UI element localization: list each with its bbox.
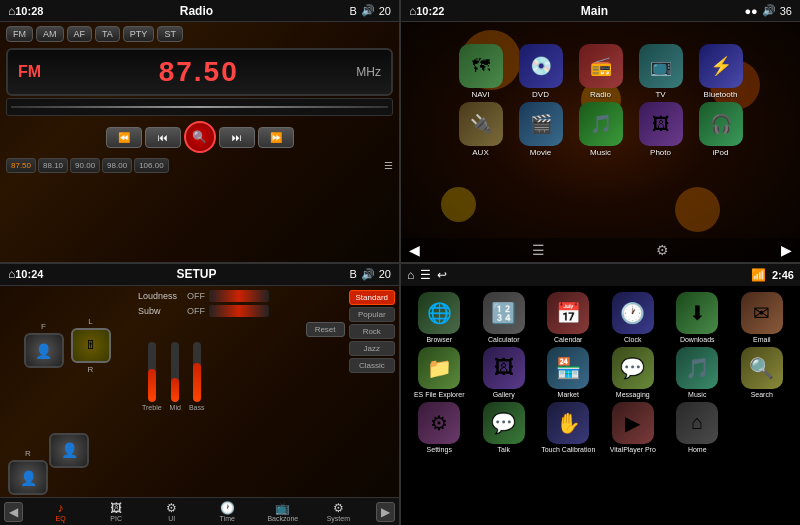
ui-footer-icon: ⚙ (166, 501, 177, 515)
speaker-fr: 👤 (49, 431, 89, 468)
movie-icon: 🎬 (519, 102, 563, 146)
st-btn[interactable]: ST (157, 26, 183, 42)
android-header: ⌂ ☰ ↩ 📶 2:46 (401, 264, 800, 286)
app-aux[interactable]: 🔌 AUX (452, 102, 510, 157)
android-home-icon[interactable]: ⌂ (407, 268, 414, 282)
music2-icon: 🎵 (676, 347, 718, 389)
app-home[interactable]: ⌂ Home (667, 402, 728, 453)
treble-track[interactable] (148, 342, 156, 402)
preset-1[interactable]: 87.50 (6, 158, 36, 173)
browser-label: Browser (426, 336, 452, 343)
reset-btn[interactable]: Reset (306, 322, 345, 337)
af-btn[interactable]: AF (67, 26, 93, 42)
ff-btn[interactable]: ⏩ (258, 127, 294, 148)
settings-nav-btn[interactable]: ⚙ (656, 242, 669, 258)
preset-3[interactable]: 90.00 (70, 158, 100, 173)
mid-track[interactable] (171, 342, 179, 402)
standard-preset[interactable]: Standard (349, 290, 395, 305)
footer-prev-btn[interactable]: ◀ (4, 502, 23, 522)
pic-footer-label: PIC (110, 515, 122, 522)
app-photo[interactable]: 🖼 Photo (632, 102, 690, 157)
movie-label: Movie (530, 148, 551, 157)
backzone-footer-btn[interactable]: 📺 Backzone (265, 501, 301, 522)
app-navi[interactable]: 🗺 NAVI (452, 44, 510, 99)
preset-2[interactable]: 88.10 (38, 158, 68, 173)
app-movie[interactable]: 🎬 Movie (512, 102, 570, 157)
app-tv[interactable]: 📺 TV (632, 44, 690, 99)
subw-value: OFF (187, 306, 205, 316)
system-footer-btn[interactable]: ⚙ System (320, 501, 356, 522)
app-esfile[interactable]: 📁 ES File Explorer (409, 347, 470, 398)
rock-preset[interactable]: Rock (349, 324, 395, 339)
tuner-scale (7, 99, 392, 115)
app-messaging[interactable]: 💬 Messaging (603, 347, 664, 398)
ui-footer-btn[interactable]: ⚙ UI (154, 501, 190, 522)
app-email[interactable]: ✉ Email (732, 292, 793, 343)
setup-home-icon[interactable]: ⌂ (8, 267, 15, 281)
preset-5[interactable]: 106.00 (134, 158, 168, 173)
app-touch[interactable]: ✋ Touch Calibration (538, 402, 599, 453)
footer-nav: ◀ (4, 502, 23, 522)
preset-4[interactable]: 98.00 (102, 158, 132, 173)
footer-next-btn[interactable]: ▶ (376, 502, 395, 522)
app-dvd[interactable]: 💿 DVD (512, 44, 570, 99)
dvd-label: DVD (532, 90, 549, 99)
app-calculator[interactable]: 🔢 Calculator (474, 292, 535, 343)
rewind-btn[interactable]: ⏪ (106, 127, 142, 148)
calendar-label: Calendar (554, 336, 582, 343)
app-radio[interactable]: 📻 Radio (572, 44, 630, 99)
app-gallery[interactable]: 🖼 Gallery (474, 347, 535, 398)
android-list-icon[interactable]: ☰ (420, 268, 431, 282)
browser-icon: 🌐 (418, 292, 460, 334)
am-btn[interactable]: AM (36, 26, 64, 42)
popular-preset[interactable]: Popular (349, 307, 395, 322)
jazz-preset[interactable]: Jazz (349, 341, 395, 356)
app-downloads[interactable]: ⬇ Downloads (667, 292, 728, 343)
eq-footer-btn[interactable]: ♪ EQ (43, 501, 79, 522)
pic-footer-btn[interactable]: 🖼 PIC (98, 501, 134, 522)
list-icon[interactable]: ☰ (384, 160, 393, 171)
app-browser[interactable]: 🌐 Browser (409, 292, 470, 343)
ta-btn[interactable]: TA (95, 26, 120, 42)
app-settings[interactable]: ⚙ Settings (409, 402, 470, 453)
music-icon: 🎵 (579, 102, 623, 146)
messaging-label: Messaging (616, 391, 650, 398)
android-back-icon[interactable]: ↩ (437, 268, 447, 282)
app-vital[interactable]: ▶ VitalPlayer Pro (603, 402, 664, 453)
home-icon[interactable]: ⌂ (8, 4, 15, 18)
time-footer-btn[interactable]: 🕐 Time (209, 501, 245, 522)
next-btn[interactable]: ⏭ (219, 127, 255, 148)
search-btn[interactable]: 🔍 (184, 121, 216, 153)
classic-preset[interactable]: Classic (349, 358, 395, 373)
prev-btn[interactable]: ⏮ (145, 127, 181, 148)
menu-nav-btn[interactable]: ☰ (532, 242, 545, 258)
app-ipod[interactable]: 🎧 iPod (692, 102, 750, 157)
app-search[interactable]: 🔍 Search (732, 347, 793, 398)
app-music2[interactable]: 🎵 Music (667, 347, 728, 398)
rl-label: R (25, 449, 31, 458)
app-talk[interactable]: 💬 Talk (474, 402, 535, 453)
fl-label: F (41, 322, 46, 331)
prev-nav-btn[interactable]: ◀ (409, 242, 420, 258)
time-footer-label: Time (220, 515, 235, 522)
app-calendar[interactable]: 📅 Calendar (538, 292, 599, 343)
downloads-icon: ⬇ (676, 292, 718, 334)
bass-track[interactable] (193, 342, 201, 402)
app-bt[interactable]: ⚡ Bluetooth (692, 44, 750, 99)
app-music[interactable]: 🎵 Music (572, 102, 630, 157)
fm-btn[interactable]: FM (6, 26, 33, 42)
app-market[interactable]: 🏪 Market (538, 347, 599, 398)
esfile-label: ES File Explorer (414, 391, 465, 398)
tuner-marker (123, 115, 126, 116)
pty-btn[interactable]: PTY (123, 26, 155, 42)
control-row: ⏪ ⏮ 🔍 ⏭ ⏩ (0, 118, 399, 156)
subw-slider[interactable] (209, 305, 269, 317)
system-footer-icon: ⚙ (333, 501, 344, 515)
fr-speaker: 👤 (49, 433, 89, 468)
loudness-slider[interactable] (209, 290, 269, 302)
gallery-icon: 🖼 (483, 347, 525, 389)
next-nav-btn[interactable]: ▶ (781, 242, 792, 258)
setup-content: F 👤 L 🎚 R 👤 R 👤 (0, 286, 399, 498)
setup-bt-icon: B (349, 268, 356, 280)
app-clock[interactable]: 🕐 Clock (603, 292, 664, 343)
